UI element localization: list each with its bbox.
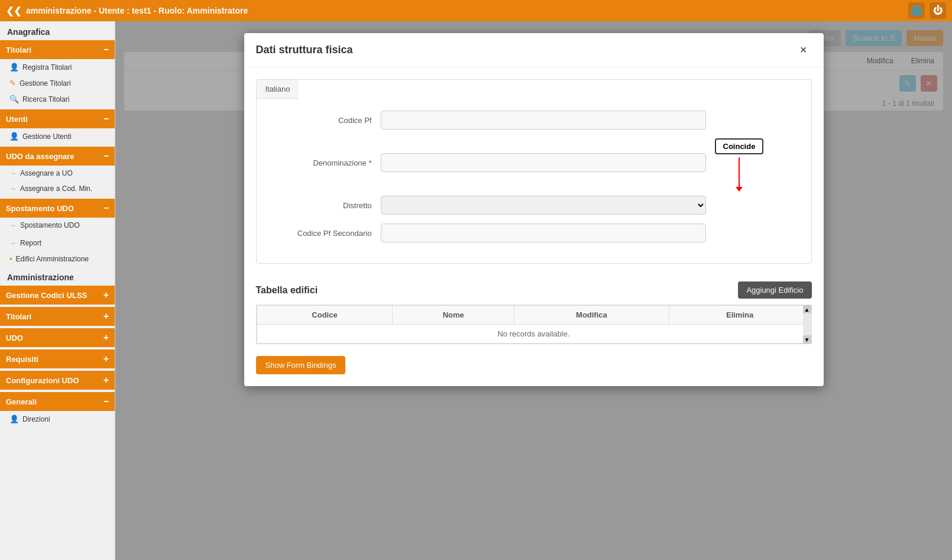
chevron-icon: ❮❮ bbox=[6, 5, 21, 17]
add-edificio-button[interactable]: Aggiungi Edificio bbox=[738, 281, 811, 299]
app-title: amministrazione - Utente : test1 - Ruolo… bbox=[26, 6, 248, 15]
modal-overlay: Dati struttura fisica × Italiano Codice … bbox=[115, 21, 952, 560]
sidebar-group-toggle: − bbox=[103, 396, 109, 407]
scroll-down-arrow[interactable]: ▼ bbox=[803, 335, 811, 344]
empty-message: No records available. bbox=[257, 325, 811, 344]
sidebar-group-gestione-codici: Gestione Codici ULSS + bbox=[0, 286, 115, 305]
arrow-down-indicator bbox=[739, 157, 740, 187]
sidebar-item-assegnare-cod-min[interactable]: → Assegnare a Cod. Min. bbox=[0, 181, 115, 196]
sidebar-group-toggle: + bbox=[103, 354, 109, 364]
arrow-icon: → bbox=[9, 184, 17, 193]
sidebar-section-amministrazione: Amministrazione bbox=[0, 267, 115, 286]
table-head: Codice Nome Modifica Elimina bbox=[257, 306, 811, 325]
sidebar-group-label: UDO bbox=[6, 334, 23, 342]
sidebar-item-label: Edifici Amministrazione bbox=[16, 255, 89, 263]
form-row-denominazione: Denominazione * Coincide bbox=[274, 138, 794, 187]
distretto-label: Distretto bbox=[274, 201, 381, 210]
sidebar-item-label: Gestione Utenti bbox=[22, 132, 72, 141]
table-empty-row: No records available. bbox=[257, 325, 811, 344]
sidebar-item-gestione-utenti[interactable]: 👤 Gestione Utenti bbox=[0, 128, 115, 144]
sidebar-group-label: Titolari bbox=[6, 312, 31, 321]
sidebar-group-label-utenti: Utenti bbox=[6, 115, 28, 124]
modal-body: Italiano Codice Pf Denominazione * bbox=[244, 67, 824, 386]
codice-pf-input[interactable] bbox=[381, 111, 706, 130]
coincide-wrapper: Coincide bbox=[715, 138, 764, 187]
sidebar-group-toggle: + bbox=[103, 375, 109, 386]
sidebar-section-anagrafica: Anagrafica bbox=[0, 21, 115, 40]
codice-pf-label: Codice Pf bbox=[274, 116, 381, 125]
sidebar-group-label-titolari: Titolari bbox=[6, 46, 31, 54]
denominazione-input[interactable] bbox=[381, 153, 706, 172]
form-row-codice-pf-sec: Codice Pf Secondario bbox=[274, 224, 794, 242]
table-scrollbar[interactable]: ▲ ▼ bbox=[803, 305, 811, 344]
sidebar-group-header-udo-assegnare[interactable]: UDO da assegnare − bbox=[0, 147, 115, 166]
power-icon[interactable]: ⏻ bbox=[930, 2, 946, 19]
sidebar-group-header-titolari[interactable]: Titolari − bbox=[0, 40, 115, 59]
codice-pf-sec-label: Codice Pf Secondario bbox=[274, 229, 381, 238]
sidebar-group-header-udo2[interactable]: UDO + bbox=[0, 328, 115, 347]
sidebar-group-header-gestione-codici[interactable]: Gestione Codici ULSS + bbox=[0, 286, 115, 305]
sidebar-group-label: Configurazioni UDO bbox=[6, 376, 79, 385]
sidebar-item-label: Ricerca Titolari bbox=[22, 95, 69, 103]
sidebar-item-direzioni[interactable]: 👤 Direzioni bbox=[0, 411, 115, 427]
sidebar-item-label: Report bbox=[20, 239, 41, 247]
denominazione-label: Denominazione * bbox=[274, 158, 381, 167]
modal-title: Dati struttura fisica bbox=[256, 44, 353, 56]
modal-dialog: Dati struttura fisica × Italiano Codice … bbox=[244, 33, 824, 386]
col-header-nome: Nome bbox=[393, 306, 514, 325]
edifici-table: Codice Nome Modifica Elimina No records … bbox=[257, 305, 811, 344]
form-body: Codice Pf Denominazione * Coincide bbox=[257, 99, 811, 263]
col-header-modifica: Modifica bbox=[514, 306, 669, 325]
top-bar-icons: 🌐 ⏻ bbox=[908, 2, 946, 19]
sidebar-group-header-generali[interactable]: Generali − bbox=[0, 392, 115, 411]
sidebar-item-ricerca-titolari[interactable]: 🔍 Ricerca Titolari bbox=[0, 91, 115, 107]
modal-close-button[interactable]: × bbox=[795, 42, 812, 58]
sidebar-item-edifici-amministrazione[interactable]: ▪ Edifici Amministrazione bbox=[0, 251, 115, 267]
codice-pf-sec-input[interactable] bbox=[381, 224, 706, 242]
sidebar-item-spostamento-udo[interactable]: → Spostamento UDO bbox=[0, 218, 115, 233]
sidebar-group-header-utenti[interactable]: Utenti − bbox=[0, 109, 115, 128]
sidebar-group-generali: Generali − 👤 Direzioni bbox=[0, 392, 115, 427]
col-header-codice: Codice bbox=[257, 306, 393, 325]
sidebar-item-gestione-titolari[interactable]: ✎ Gestione Titolari bbox=[0, 75, 115, 91]
main-layout: Anagrafica Titolari − 👤 Registra Titolar… bbox=[0, 21, 952, 560]
sidebar-group-udo-assegnare: UDO da assegnare − → Assegnare a UO → As… bbox=[0, 147, 115, 196]
sidebar-item-assegnare-uo[interactable]: → Assegnare a UO bbox=[0, 166, 115, 181]
top-bar: ❮❮ amministrazione - Utente : test1 - Ru… bbox=[0, 0, 952, 21]
sidebar-item-label: Gestione Titolari bbox=[20, 79, 71, 88]
scroll-up-arrow[interactable]: ▲ bbox=[803, 305, 811, 313]
sidebar-item-registra-titolari[interactable]: 👤 Registra Titolari bbox=[0, 59, 115, 75]
show-form-bindings-button[interactable]: Show Form Bindings bbox=[256, 356, 346, 374]
sidebar-item-label: Direzioni bbox=[22, 415, 50, 423]
col-header-elimina: Elimina bbox=[669, 306, 811, 325]
person-icon: 👤 bbox=[9, 132, 19, 141]
distretto-select[interactable] bbox=[381, 196, 706, 215]
sidebar-item-report[interactable]: → Report bbox=[0, 235, 115, 251]
modal-header: Dati struttura fisica × bbox=[244, 33, 824, 67]
person-icon: 👤 bbox=[9, 415, 19, 423]
globe-icon[interactable]: 🌐 bbox=[908, 2, 925, 19]
edit-icon: ✎ bbox=[9, 79, 16, 88]
arrow-icon: → bbox=[9, 221, 17, 229]
sidebar-group-utenti: Utenti − 👤 Gestione Utenti bbox=[0, 109, 115, 144]
sidebar-group-header-requisiti[interactable]: Requisiti + bbox=[0, 349, 115, 368]
sidebar-item-label: Assegnare a UO bbox=[20, 169, 73, 177]
table-body: No records available. bbox=[257, 325, 811, 344]
sidebar-group-header-configurazioni[interactable]: Configurazioni UDO + bbox=[0, 371, 115, 390]
form-row-codice-pf: Codice Pf bbox=[274, 111, 794, 130]
table-scroll-area: Codice Nome Modifica Elimina No records … bbox=[256, 305, 812, 344]
sidebar-group-header-titolari2[interactable]: Titolari + bbox=[0, 307, 115, 326]
sidebar-group-toggle-titolari: − bbox=[103, 44, 109, 55]
sidebar-group-label: Requisiti bbox=[6, 355, 38, 364]
sidebar-group-titolari: Titolari − 👤 Registra Titolari ✎ Gestion… bbox=[0, 40, 115, 107]
coincide-button[interactable]: Coincide bbox=[715, 138, 764, 154]
sidebar: Anagrafica Titolari − 👤 Registra Titolar… bbox=[0, 21, 115, 560]
sidebar-group-header-spostamento[interactable]: Spostamento UDO − bbox=[0, 199, 115, 218]
form-container: Italiano Codice Pf Denominazione * bbox=[256, 79, 812, 264]
building-icon: ▪ bbox=[9, 254, 12, 263]
sidebar-group-label: Generali bbox=[6, 397, 37, 406]
tabella-edifici-title: Tabella edifici bbox=[256, 285, 318, 296]
sidebar-group-requisiti: Requisiti + bbox=[0, 349, 115, 368]
sidebar-group-toggle-udo: − bbox=[103, 151, 109, 161]
sidebar-group-toggle: + bbox=[103, 332, 109, 343]
